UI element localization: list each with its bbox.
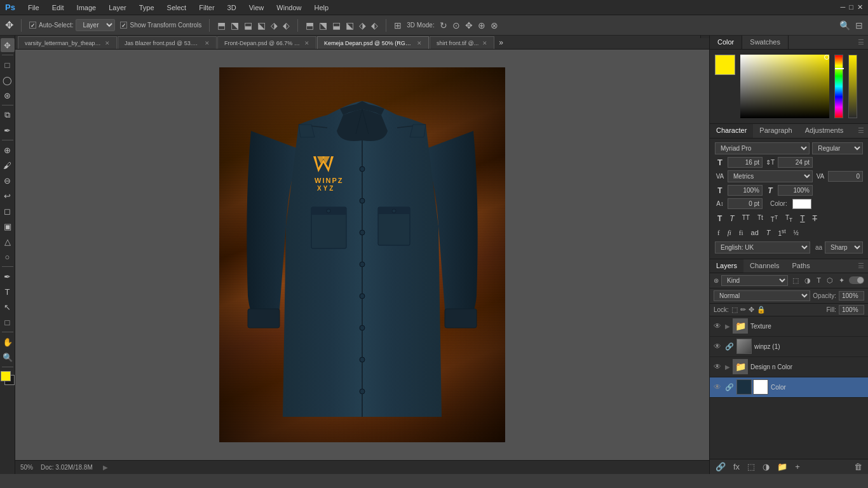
- align-top-btn[interactable]: ⬒: [217, 20, 226, 30]
- tab-shirt[interactable]: shirt front.tif @... ✕: [430, 36, 494, 49]
- font-family-select[interactable]: Myriad Pro: [715, 142, 810, 154]
- zoom-tool[interactable]: 🔍: [1, 350, 15, 364]
- close-btn[interactable]: ✕: [857, 3, 863, 11]
- align-bottom-btn[interactable]: ⬓: [244, 20, 252, 30]
- lock-image-icon[interactable]: ✏: [740, 306, 746, 314]
- canvas-viewport[interactable]: WINPZ XYZ: [15, 50, 709, 460]
- ligature-btn[interactable]: fi: [736, 227, 746, 238]
- eraser-tool[interactable]: ◻: [1, 204, 15, 218]
- color-tab[interactable]: Color: [710, 36, 742, 49]
- filter-toggle-btn[interactable]: [849, 276, 864, 284]
- tab-close-kemeja[interactable]: ✕: [417, 40, 422, 46]
- 3d-roll-icon[interactable]: ⊙: [452, 20, 460, 30]
- align-left-btn[interactable]: ⬕: [257, 20, 266, 30]
- layer-link-winpz[interactable]: 🔗: [725, 342, 734, 351]
- show-transform-checkbox[interactable]: [120, 22, 127, 29]
- discretionary-btn[interactable]: ad: [749, 227, 761, 238]
- char-panel-menu[interactable]: ☰: [854, 124, 868, 138]
- baseline-input[interactable]: [728, 198, 763, 209]
- lock-position-icon[interactable]: ✥: [749, 306, 754, 314]
- distribute-vcenter-btn[interactable]: ⬔: [319, 20, 327, 30]
- hand-tool[interactable]: ✋: [1, 335, 15, 349]
- distribute-right-btn[interactable]: ⬖: [371, 20, 378, 30]
- blend-mode-select[interactable]: Normal Multiply Screen Overlay: [714, 290, 810, 301]
- type-tool[interactable]: T: [1, 285, 15, 299]
- layer-item-color[interactable]: 👁 🔗 Color: [710, 377, 868, 398]
- lasso-tool[interactable]: ◯: [1, 73, 15, 87]
- tab-varsity[interactable]: varsity_letterman_by_theapparelguy-d5x9s…: [18, 36, 117, 49]
- layer-vis-design[interactable]: 👁: [712, 362, 722, 371]
- eyedropper-tool[interactable]: ✒: [1, 123, 15, 137]
- layer-item-winpz[interactable]: 👁 🔗 winpz (1): [710, 337, 868, 357]
- panel-menu-icon[interactable]: ☰: [854, 36, 868, 49]
- layer-expand-design[interactable]: ▶: [725, 363, 730, 370]
- tab-close-blazer[interactable]: ✕: [205, 40, 210, 46]
- anti-alias-select[interactable]: Sharp Crisp Strong Smooth: [825, 241, 863, 254]
- opacity-input[interactable]: [839, 291, 864, 301]
- old-style-btn[interactable]: T: [764, 227, 773, 238]
- layer-delete-btn[interactable]: 🗑: [852, 461, 864, 472]
- color-preview[interactable]: [715, 55, 735, 75]
- v-scale-input[interactable]: [778, 185, 813, 196]
- 3d-pan-icon[interactable]: ✥: [465, 20, 473, 30]
- h-scale-input[interactable]: [728, 185, 763, 196]
- menu-image[interactable]: Image: [74, 3, 99, 13]
- gradient-tool[interactable]: ▣: [1, 219, 15, 233]
- font-style-select[interactable]: Regular Bold Italic: [812, 142, 863, 154]
- 3d-rotate-icon[interactable]: ↻: [440, 20, 447, 30]
- crop-tool[interactable]: ⧉: [1, 108, 15, 122]
- font-size-input[interactable]: [728, 157, 763, 168]
- underline-btn[interactable]: T: [797, 213, 807, 224]
- tab-close-varsity[interactable]: ✕: [105, 40, 110, 46]
- brush-tool[interactable]: 🖌: [1, 158, 15, 172]
- quick-select-tool[interactable]: ⊛: [1, 88, 15, 102]
- menu-select[interactable]: Select: [165, 3, 189, 13]
- filter-adj-icon[interactable]: ◑: [803, 276, 813, 285]
- 3d-scale-icon[interactable]: ⊗: [491, 20, 498, 30]
- small-caps-btn[interactable]: Tt: [755, 213, 766, 224]
- menu-3d[interactable]: 3D: [225, 3, 239, 13]
- menu-type[interactable]: Type: [137, 3, 157, 13]
- distribute-bottom-btn[interactable]: ⬓: [332, 20, 341, 30]
- dodge-tool[interactable]: ○: [1, 250, 15, 264]
- search-icon[interactable]: 🔍: [839, 20, 850, 30]
- layer-fx-btn[interactable]: fx: [731, 461, 742, 472]
- layer-expand-texture[interactable]: ▶: [725, 323, 730, 330]
- superscript-btn[interactable]: TT: [768, 213, 780, 224]
- minimize-btn[interactable]: ─: [841, 3, 846, 11]
- filter-smart-icon[interactable]: ✦: [837, 276, 846, 285]
- faux-bold-btn[interactable]: f: [715, 227, 722, 238]
- bold-btn[interactable]: T: [715, 213, 724, 224]
- paths-tab[interactable]: Paths: [786, 259, 817, 273]
- layer-new-btn[interactable]: +: [793, 461, 802, 472]
- distribute-left-btn[interactable]: ⬕: [346, 20, 354, 30]
- layer-link-btn[interactable]: 🔗: [714, 461, 728, 472]
- foreground-color[interactable]: [1, 371, 11, 381]
- distribute-top-btn[interactable]: ⬒: [306, 20, 314, 30]
- text-color-picker[interactable]: [792, 199, 811, 209]
- arrange-icon[interactable]: ⊞: [394, 20, 402, 30]
- character-tab[interactable]: Character: [710, 124, 753, 138]
- fill-input[interactable]: [839, 305, 864, 315]
- history-brush-tool[interactable]: ↩: [1, 189, 15, 203]
- auto-select-type[interactable]: Layer Group: [76, 19, 115, 31]
- menu-edit[interactable]: Edit: [50, 3, 67, 13]
- leading-input[interactable]: [778, 157, 813, 168]
- filter-pixel-icon[interactable]: ⬚: [790, 276, 801, 285]
- clone-stamp-tool[interactable]: ⊖: [1, 173, 15, 187]
- align-right-btn[interactable]: ⬖: [283, 20, 290, 30]
- filter-shape-icon[interactable]: ⬡: [825, 276, 835, 285]
- ordinal-btn[interactable]: 1st: [776, 227, 789, 238]
- layer-vis-texture[interactable]: 👁: [712, 322, 722, 330]
- maximize-btn[interactable]: □: [849, 3, 853, 11]
- marquee-tool[interactable]: □: [1, 58, 15, 72]
- layer-folder-btn[interactable]: 📁: [775, 461, 789, 472]
- auto-select-checkbox[interactable]: [29, 22, 36, 29]
- adjustments-tab[interactable]: Adjustments: [799, 124, 850, 138]
- align-hcenter-btn[interactable]: ⬗: [271, 20, 278, 30]
- layer-item-design[interactable]: 👁 ▶ 📁 Design n Color: [710, 357, 868, 377]
- tracking-input[interactable]: [828, 171, 863, 182]
- layer-link-color[interactable]: 🔗: [725, 383, 734, 391]
- kerning-select[interactable]: Metrics Optical 0: [728, 170, 813, 182]
- tab-close-shirt[interactable]: ✕: [482, 40, 487, 46]
